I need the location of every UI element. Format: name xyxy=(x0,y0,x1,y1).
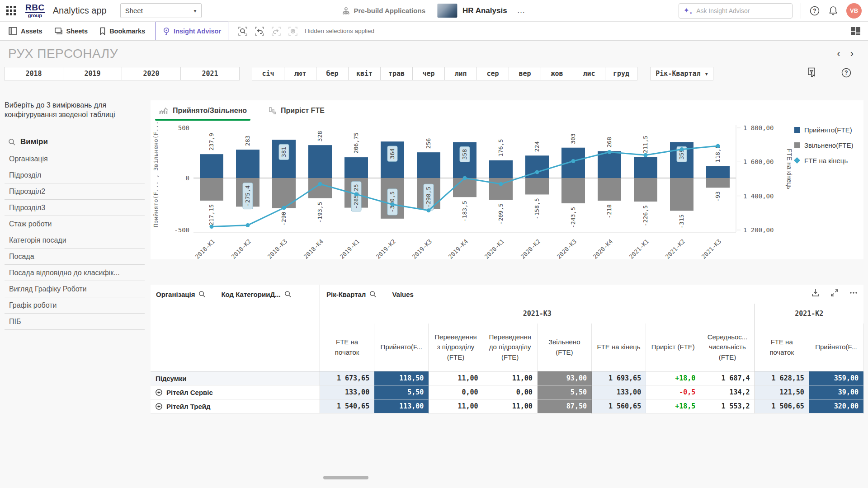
dimension-list-item[interactable]: Посада xyxy=(5,249,145,265)
search-icon[interactable] xyxy=(369,291,377,298)
fte-line-point[interactable] xyxy=(282,206,286,210)
dimension-list-item[interactable]: Підрозділ2 xyxy=(5,183,145,200)
dismissed-bar[interactable] xyxy=(200,178,223,201)
sheet-selector[interactable]: Sheet ▾ xyxy=(120,3,202,18)
dimension-list-item[interactable]: Посада відповідно до класифік... xyxy=(5,265,145,281)
insight-advisor-search[interactable]: ✦✦ xyxy=(679,3,793,19)
dismissed-bar[interactable] xyxy=(598,178,621,201)
notifications-bell-icon[interactable] xyxy=(828,5,838,16)
fte-line-point[interactable] xyxy=(246,223,250,227)
dismissed-bar[interactable] xyxy=(561,178,585,203)
step-forward-icon[interactable] xyxy=(271,26,282,37)
dim-header[interactable]: Код КатегорииД... xyxy=(221,291,291,298)
dismissed-bar[interactable] xyxy=(272,178,296,208)
month-button-чер[interactable]: чер xyxy=(412,67,445,80)
fte-line-point[interactable] xyxy=(644,153,648,157)
dimension-list-item[interactable]: Стаж роботи xyxy=(5,216,145,232)
clear-selections-icon[interactable] xyxy=(288,26,298,37)
col-dim-header[interactable]: Рік-Квартал xyxy=(326,291,377,298)
hired-bar[interactable] xyxy=(417,152,440,178)
tab-hired-dismissed[interactable]: Прийнято/Звільнено xyxy=(157,100,249,121)
dimension-list-item[interactable]: Організація xyxy=(5,151,145,167)
search-selections-icon[interactable] xyxy=(237,26,248,37)
period-group-header[interactable]: 2021-K3 xyxy=(320,304,755,324)
hired-bar[interactable] xyxy=(308,145,332,178)
fte-line-point[interactable] xyxy=(354,192,359,196)
fte-line-point[interactable] xyxy=(680,147,684,151)
month-button-груд[interactable]: груд xyxy=(605,67,637,80)
fte-line-point[interactable] xyxy=(571,159,576,163)
fte-line-point[interactable] xyxy=(499,182,503,186)
fte-line-point[interactable] xyxy=(463,176,467,180)
fte-line-point[interactable] xyxy=(427,208,431,212)
dimension-list-item[interactable]: Графік роботи xyxy=(5,297,145,314)
hired-bar[interactable] xyxy=(236,150,259,178)
prebuild-applications-link[interactable]: Pre-build Applications xyxy=(342,7,425,15)
month-button-жов[interactable]: жов xyxy=(541,67,573,80)
dismissed-bar[interactable] xyxy=(525,178,549,194)
sheets-button[interactable]: Sheets xyxy=(48,22,94,40)
period-dropdown[interactable]: Рік-Квартал ▼ xyxy=(650,67,713,80)
dismissed-bar[interactable] xyxy=(453,178,476,197)
bookmarks-button[interactable]: Bookmarks xyxy=(94,22,151,40)
month-button-сер[interactable]: сер xyxy=(476,67,509,80)
month-button-бер[interactable]: бер xyxy=(316,67,349,80)
year-button-2018[interactable]: 2018 xyxy=(4,67,63,80)
dim-header[interactable]: Організація xyxy=(156,291,206,298)
hired-bar[interactable] xyxy=(634,157,657,178)
insight-advisor-button[interactable]: Insight Advisor xyxy=(156,22,228,40)
help-icon[interactable]: ? xyxy=(809,5,820,16)
year-button-2019[interactable]: 2019 xyxy=(63,67,122,80)
step-back-icon[interactable] xyxy=(254,26,265,37)
next-sheet-chevron[interactable]: › xyxy=(850,49,854,59)
ask-insight-advisor-input[interactable] xyxy=(696,7,788,14)
year-button-2020[interactable]: 2020 xyxy=(122,67,181,80)
dimension-list-item[interactable]: Підрозділ xyxy=(5,167,145,183)
pivot-row-label[interactable]: Рітейл Сервіс xyxy=(151,385,320,399)
month-button-лип[interactable]: лип xyxy=(444,67,477,80)
period-group-header[interactable]: 2021-K2 xyxy=(755,304,863,324)
month-button-лис[interactable]: лис xyxy=(573,67,605,80)
avatar[interactable]: VB xyxy=(846,3,862,19)
month-button-квіт[interactable]: квіт xyxy=(348,67,381,80)
assets-button[interactable]: Assets xyxy=(3,22,48,40)
month-button-трав[interactable]: трав xyxy=(380,67,413,80)
sheet-grid-view-icon[interactable] xyxy=(851,27,861,36)
horizontal-scrollbar[interactable] xyxy=(323,476,368,479)
month-button-лют[interactable]: лют xyxy=(284,67,316,80)
dimension-list-item[interactable]: Підрозділ3 xyxy=(5,200,145,216)
download-icon[interactable] xyxy=(811,288,820,297)
app-launcher-icon[interactable] xyxy=(6,6,16,16)
more-menu-icon[interactable]: … xyxy=(517,6,526,15)
pivot-row-label[interactable]: Підсумки xyxy=(151,371,320,385)
fullscreen-icon[interactable] xyxy=(830,288,839,297)
fte-line-point[interactable] xyxy=(716,144,720,148)
hired-bar[interactable] xyxy=(489,160,513,178)
search-icon[interactable] xyxy=(198,291,206,298)
month-button-січ[interactable]: січ xyxy=(252,67,284,80)
hired-bar[interactable] xyxy=(598,151,621,178)
hired-bar[interactable] xyxy=(344,157,368,178)
more-options-icon[interactable] xyxy=(849,288,858,297)
fte-line-point[interactable] xyxy=(608,150,612,154)
fte-line-point[interactable] xyxy=(318,182,322,186)
tab-fte-growth[interactable]: Приріст FTE xyxy=(267,100,326,121)
prev-sheet-chevron[interactable]: ‹ xyxy=(837,49,840,59)
dismissed-bar[interactable] xyxy=(634,178,657,202)
combo-chart[interactable]: 5000-500Прийнято(F... , Звільнено(F...23… xyxy=(151,121,868,259)
search-icon[interactable] xyxy=(8,138,16,146)
selections-tool-icon[interactable] xyxy=(807,67,816,80)
hired-bar[interactable] xyxy=(706,166,730,178)
search-icon[interactable] xyxy=(284,291,292,298)
dimension-list-item[interactable]: Вигляд Графіку Роботи xyxy=(5,281,145,297)
fte-line-point[interactable] xyxy=(535,170,539,174)
fte-line-point[interactable] xyxy=(210,225,214,229)
dimension-list-item[interactable]: Категорія посади xyxy=(5,232,145,249)
sheet-help-icon[interactable]: ? xyxy=(841,67,852,80)
year-button-2021[interactable]: 2021 xyxy=(180,67,240,80)
hired-bar[interactable] xyxy=(200,154,223,178)
month-button-вер[interactable]: вер xyxy=(509,67,541,80)
pivot-row-label[interactable]: Рітейл Трейд xyxy=(151,399,320,413)
dismissed-bar[interactable] xyxy=(670,178,693,211)
expand-row-icon[interactable] xyxy=(156,403,162,410)
